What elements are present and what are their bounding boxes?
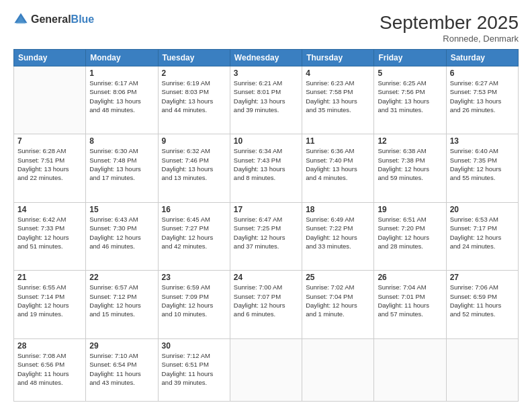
table-row: 3Sunrise: 6:21 AM Sunset: 8:01 PM Daylig… (230, 66, 302, 134)
table-row: 16Sunrise: 6:45 AM Sunset: 7:27 PM Dayli… (158, 202, 230, 270)
day-number: 17 (234, 205, 298, 214)
header: GeneralBlue September 2025 Ronnede, Denm… (13, 12, 519, 44)
day-info: Sunrise: 6:40 AM Sunset: 7:35 PM Dayligh… (450, 146, 515, 182)
day-number: 1 (89, 68, 154, 78)
day-number: 30 (162, 341, 226, 351)
day-info: Sunrise: 6:43 AM Sunset: 7:30 PM Dayligh… (89, 215, 154, 250)
day-info: Sunrise: 6:38 AM Sunset: 7:38 PM Dayligh… (378, 146, 442, 182)
table-row: 30Sunrise: 7:12 AM Sunset: 6:51 PM Dayli… (158, 338, 230, 401)
table-row (302, 338, 374, 401)
day-info: Sunrise: 7:00 AM Sunset: 7:07 PM Dayligh… (234, 283, 298, 318)
day-number: 26 (378, 273, 442, 282)
day-number: 24 (234, 273, 298, 282)
day-number: 10 (234, 136, 298, 146)
day-info: Sunrise: 6:51 AM Sunset: 7:20 PM Dayligh… (378, 215, 442, 250)
day-number: 7 (17, 136, 82, 146)
table-row: 25Sunrise: 7:02 AM Sunset: 7:04 PM Dayli… (302, 271, 374, 338)
logo-general: General (31, 13, 71, 25)
table-row: 4Sunrise: 6:23 AM Sunset: 7:58 PM Daylig… (302, 66, 374, 134)
table-row: 18Sunrise: 6:49 AM Sunset: 7:22 PM Dayli… (302, 202, 374, 270)
day-number: 5 (378, 68, 442, 78)
logo-text: GeneralBlue (31, 14, 94, 25)
page: GeneralBlue September 2025 Ronnede, Denm… (0, 0, 532, 411)
table-row: 15Sunrise: 6:43 AM Sunset: 7:30 PM Dayli… (86, 202, 158, 270)
logo: GeneralBlue (13, 12, 94, 27)
table-row (374, 338, 446, 401)
day-info: Sunrise: 6:45 AM Sunset: 7:27 PM Dayligh… (162, 215, 226, 250)
day-info: Sunrise: 7:08 AM Sunset: 6:56 PM Dayligh… (17, 351, 82, 387)
table-row: 20Sunrise: 6:53 AM Sunset: 7:17 PM Dayli… (446, 202, 518, 270)
day-number: 25 (306, 273, 370, 282)
table-row: 12Sunrise: 6:38 AM Sunset: 7:38 PM Dayli… (374, 134, 446, 202)
table-row: 6Sunrise: 6:27 AM Sunset: 7:53 PM Daylig… (446, 66, 518, 134)
table-row: 11Sunrise: 6:36 AM Sunset: 7:40 PM Dayli… (302, 134, 374, 202)
day-number: 2 (162, 68, 226, 78)
logo-blue: Blue (71, 13, 95, 25)
day-number: 29 (89, 341, 154, 351)
day-info: Sunrise: 6:49 AM Sunset: 7:22 PM Dayligh… (306, 215, 370, 250)
day-number: 8 (89, 136, 154, 146)
day-number: 13 (450, 136, 515, 146)
day-info: Sunrise: 6:53 AM Sunset: 7:17 PM Dayligh… (450, 215, 515, 250)
day-number: 19 (378, 205, 442, 214)
day-info: Sunrise: 7:02 AM Sunset: 7:04 PM Dayligh… (306, 283, 370, 318)
calendar-table: Sunday Monday Tuesday Wednesday Thursday… (13, 49, 519, 402)
table-row: 26Sunrise: 7:04 AM Sunset: 7:01 PM Dayli… (374, 271, 446, 338)
title-block: September 2025 Ronnede, Denmark (380, 12, 519, 44)
table-row: 29Sunrise: 7:10 AM Sunset: 6:54 PM Dayli… (86, 338, 158, 401)
day-number: 22 (89, 273, 154, 282)
day-info: Sunrise: 7:06 AM Sunset: 6:59 PM Dayligh… (450, 283, 515, 318)
day-number: 3 (234, 68, 298, 78)
day-info: Sunrise: 6:32 AM Sunset: 7:46 PM Dayligh… (162, 146, 226, 182)
table-row: 7Sunrise: 6:28 AM Sunset: 7:51 PM Daylig… (14, 134, 86, 202)
table-row: 10Sunrise: 6:34 AM Sunset: 7:43 PM Dayli… (230, 134, 302, 202)
month-year: September 2025 (380, 12, 519, 34)
table-row: 13Sunrise: 6:40 AM Sunset: 7:35 PM Dayli… (446, 134, 518, 202)
day-info: Sunrise: 6:55 AM Sunset: 7:14 PM Dayligh… (17, 283, 82, 318)
day-info: Sunrise: 6:28 AM Sunset: 7:51 PM Dayligh… (17, 146, 82, 182)
day-info: Sunrise: 6:23 AM Sunset: 7:58 PM Dayligh… (306, 79, 370, 114)
table-row (446, 338, 518, 401)
table-row: 22Sunrise: 6:57 AM Sunset: 7:12 PM Dayli… (86, 271, 158, 338)
day-info: Sunrise: 6:47 AM Sunset: 7:25 PM Dayligh… (234, 215, 298, 250)
table-row: 9Sunrise: 6:32 AM Sunset: 7:46 PM Daylig… (158, 134, 230, 202)
day-info: Sunrise: 6:17 AM Sunset: 8:06 PM Dayligh… (89, 79, 154, 114)
day-number: 20 (450, 205, 515, 214)
day-info: Sunrise: 6:30 AM Sunset: 7:48 PM Dayligh… (89, 146, 154, 182)
day-info: Sunrise: 6:59 AM Sunset: 7:09 PM Dayligh… (162, 283, 226, 318)
day-number: 14 (17, 205, 82, 214)
calendar-header-row: Sunday Monday Tuesday Wednesday Thursday… (14, 50, 519, 66)
day-info: Sunrise: 7:04 AM Sunset: 7:01 PM Dayligh… (378, 283, 442, 318)
day-number: 15 (89, 205, 154, 214)
col-monday: Monday (86, 50, 158, 66)
table-row: 17Sunrise: 6:47 AM Sunset: 7:25 PM Dayli… (230, 202, 302, 270)
day-info: Sunrise: 6:19 AM Sunset: 8:03 PM Dayligh… (162, 79, 226, 114)
day-number: 23 (162, 273, 226, 282)
location: Ronnede, Denmark (380, 34, 519, 44)
day-info: Sunrise: 6:21 AM Sunset: 8:01 PM Dayligh… (234, 79, 298, 114)
col-friday: Friday (374, 50, 446, 66)
day-info: Sunrise: 6:27 AM Sunset: 7:53 PM Dayligh… (450, 79, 515, 114)
table-row: 8Sunrise: 6:30 AM Sunset: 7:48 PM Daylig… (86, 134, 158, 202)
table-row: 14Sunrise: 6:42 AM Sunset: 7:33 PM Dayli… (14, 202, 86, 270)
table-row: 5Sunrise: 6:25 AM Sunset: 7:56 PM Daylig… (374, 66, 446, 134)
logo-icon (13, 12, 28, 27)
table-row: 28Sunrise: 7:08 AM Sunset: 6:56 PM Dayli… (14, 338, 86, 401)
day-number: 16 (162, 205, 226, 214)
day-number: 9 (162, 136, 226, 146)
day-info: Sunrise: 6:36 AM Sunset: 7:40 PM Dayligh… (306, 146, 370, 182)
col-thursday: Thursday (302, 50, 374, 66)
day-number: 4 (306, 68, 370, 78)
table-row: 19Sunrise: 6:51 AM Sunset: 7:20 PM Dayli… (374, 202, 446, 270)
table-row: 27Sunrise: 7:06 AM Sunset: 6:59 PM Dayli… (446, 271, 518, 338)
col-saturday: Saturday (446, 50, 518, 66)
col-tuesday: Tuesday (158, 50, 230, 66)
day-number: 12 (378, 136, 442, 146)
day-info: Sunrise: 6:34 AM Sunset: 7:43 PM Dayligh… (234, 146, 298, 182)
table-row: 1Sunrise: 6:17 AM Sunset: 8:06 PM Daylig… (86, 66, 158, 134)
table-row: 21Sunrise: 6:55 AM Sunset: 7:14 PM Dayli… (14, 271, 86, 338)
table-row: 23Sunrise: 6:59 AM Sunset: 7:09 PM Dayli… (158, 271, 230, 338)
day-number: 6 (450, 68, 515, 78)
table-row (230, 338, 302, 401)
day-number: 28 (17, 341, 82, 351)
